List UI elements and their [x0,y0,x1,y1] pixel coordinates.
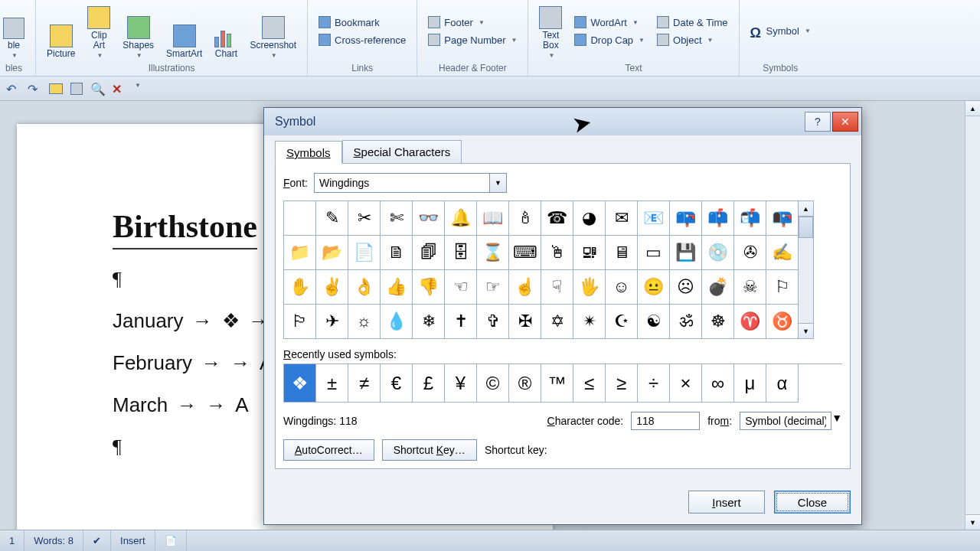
symbol-cell[interactable]: ✉ [606,201,638,236]
symbol-cell[interactable]: ☠ [734,270,766,305]
status-proof-icon[interactable]: ✔ [83,530,111,551]
symbol-cell[interactable]: ✴ [573,305,606,339]
symbol-cell[interactable]: ♉ [766,305,799,339]
from-combo[interactable]: ▼ [740,412,842,430]
symbol-cell[interactable]: 👎 [413,270,445,305]
symbol-cell[interactable]: 📁 [284,236,316,270]
symbol-cell[interactable]: 🏳 [284,305,316,339]
ribbon-datetime[interactable]: Date & Time [654,15,731,30]
symbol-cell[interactable]: 🗐 [413,236,445,270]
recent-symbol-cell[interactable]: £ [413,364,445,403]
recent-symbol-cell[interactable]: μ [734,364,766,403]
symbol-cell[interactable]: ☎ [541,201,573,236]
symbol-cell[interactable]: 💿 [702,236,734,270]
recent-symbol-cell[interactable]: © [477,364,509,403]
recent-symbol-cell[interactable]: α [766,364,799,403]
symbol-cell[interactable]: 🖱 [541,236,573,270]
tab-symbols[interactable]: Symbols [275,141,342,164]
symbol-cell[interactable]: ☪ [606,305,638,339]
recent-symbol-cell[interactable]: × [670,364,702,403]
symbol-cell[interactable]: 💧 [381,305,413,339]
font-dropdown-icon[interactable]: ▼ [490,173,507,193]
ribbon-dropcap[interactable]: Drop Cap▼ [571,32,648,47]
ribbon-shapes[interactable]: Shapes▼ [119,2,157,60]
symbol-cell[interactable]: ⌨ [509,236,541,270]
autocorrect-button[interactable]: AutoCorrect… [283,439,374,461]
ribbon-crossref[interactable]: Cross-reference [315,32,409,47]
close-dialog-button[interactable]: Close [774,491,851,514]
scroll-down-icon[interactable]: ▼ [965,514,980,530]
symbol-cell[interactable]: 📫 [702,201,734,236]
recent-symbol-cell[interactable]: ± [316,364,348,403]
symbol-cell[interactable]: 📄 [348,236,381,270]
ribbon-footer[interactable]: Footer▼ [425,15,520,30]
recent-symbol-cell[interactable]: ❖ [284,364,316,403]
symbol-cell[interactable]: ✇ [734,236,766,270]
symbol-cell[interactable]: ☜ [445,270,477,305]
symbol-cell[interactable]: ✞ [477,305,509,339]
status-words[interactable]: Words: 8 [24,530,83,551]
symbol-cell[interactable]: ☞ [477,270,509,305]
symbol-cell[interactable]: ▭ [638,236,670,270]
symbol-cell[interactable]: 📖 [477,201,509,236]
ribbon-symbol[interactable]: ΩSymbol▼ [747,2,814,60]
recent-symbol-cell[interactable]: ≤ [573,364,606,403]
scroll-up-icon[interactable]: ▲ [965,101,980,116]
close-button[interactable]: ✕ [832,112,858,132]
ribbon-wordart[interactable]: WordArt▼ [571,15,648,30]
insert-button[interactable]: Insert [688,491,765,514]
symbol-cell[interactable] [284,201,316,236]
symbol-cell[interactable]: ✂ [348,201,381,236]
char-code-input[interactable] [631,412,700,430]
symbol-cell[interactable]: ✍ [766,236,799,270]
scroll-down-icon[interactable]: ▼ [799,323,813,338]
symbol-cell[interactable]: ☯ [638,305,670,339]
symbol-cell[interactable]: ॐ [670,305,702,339]
symbol-cell[interactable]: 💣 [702,270,734,305]
symbol-cell[interactable]: 📬 [734,201,766,236]
ribbon-smartart[interactable]: SmartArt [163,2,205,60]
symbol-cell[interactable]: ☺ [606,270,638,305]
ribbon-chart[interactable]: Chart [211,2,240,60]
status-track-icon[interactable]: 📄 [155,530,187,551]
undo-icon[interactable]: ↶ [6,82,20,96]
recent-symbol-cell[interactable]: ÷ [638,364,670,403]
symbol-cell[interactable]: ◕ [573,201,606,236]
redo-icon[interactable]: ↷ [28,82,41,96]
ribbon-bookmark[interactable]: Bookmark [315,15,409,30]
scroll-thumb[interactable] [799,217,813,238]
ribbon-clipart[interactable]: Clip Art▼ [84,2,113,60]
symbol-cell[interactable]: 💾 [670,236,702,270]
symbol-cell[interactable]: 📭 [766,201,799,236]
symbol-cell[interactable]: ✄ [381,201,413,236]
symbol-cell[interactable]: 📧 [638,201,670,236]
symbol-cell[interactable]: ♈ [734,305,766,339]
scroll-up-icon[interactable]: ▲ [799,201,813,217]
symbol-cell[interactable]: 📪 [670,201,702,236]
tab-special-characters[interactable]: Special Characters [342,140,462,163]
shortcut-key-button[interactable]: Shortcut Key… [382,439,477,461]
symbol-cell[interactable]: ✋ [284,270,316,305]
preview-icon[interactable]: 🔍 [90,82,104,96]
ribbon-object[interactable]: Object▼ [654,32,731,47]
font-input[interactable] [314,173,490,193]
symbol-cell[interactable]: 👓 [413,201,445,236]
symbol-cell[interactable]: ⚐ [766,270,799,305]
recent-symbol-cell[interactable]: ¥ [445,364,477,403]
symbol-cell[interactable]: 🗎 [381,236,413,270]
recent-symbol-cell[interactable]: ∞ [702,364,734,403]
symbol-cell[interactable]: 🗄 [445,236,477,270]
symbol-cell[interactable]: ✈ [316,305,348,339]
symbol-cell[interactable]: 🖳 [573,236,606,270]
symbol-cell[interactable]: ✡ [541,305,573,339]
symbol-cell[interactable]: ☝ [509,270,541,305]
open-icon[interactable] [49,83,63,94]
recent-symbol-cell[interactable]: ™ [541,364,573,403]
status-mode[interactable]: Insert [111,530,155,551]
symbol-cell[interactable]: ✌ [316,270,348,305]
ribbon-screenshot[interactable]: Screenshot▼ [247,2,299,60]
symbol-cell[interactable]: 🖐 [573,270,606,305]
ribbon-picture[interactable]: Picture [44,2,78,60]
symbol-cell[interactable]: 🔔 [445,201,477,236]
from-input[interactable] [740,412,831,430]
